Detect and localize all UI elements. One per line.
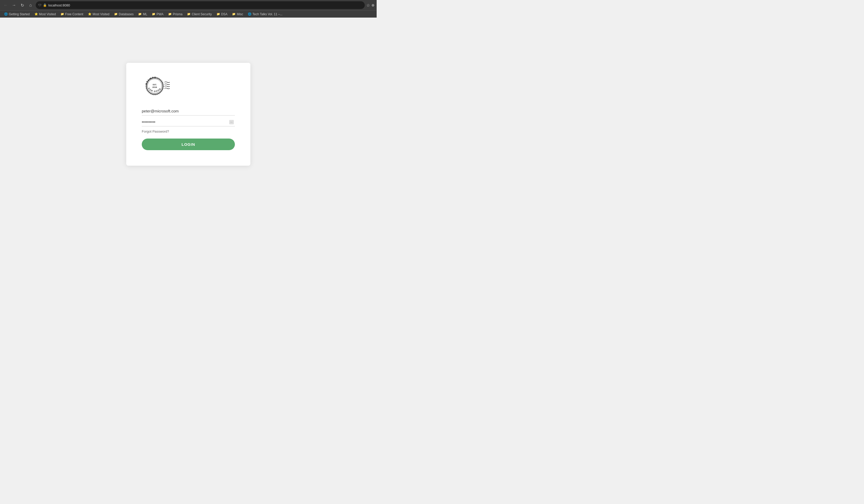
bookmarks-bar: 🌐 Getting Started ⭐ Most Visited 📁 Free … <box>0 10 377 17</box>
login-card: STAMPS EST. 2016 FOR GOOD <box>126 63 250 166</box>
bookmark-label-dsa: DSA <box>221 12 228 16</box>
bookmark-free-content[interactable]: 📁 Free Content <box>59 12 85 16</box>
bookmark-tech-talks[interactable]: 🌐 Tech Talks Vol. 11 –... <box>246 12 285 16</box>
browser-toolbar: ← → ↻ ⌂ 🛡 🔒 localhost:8080 ☆ ⊕ <box>0 0 377 10</box>
bookmark-icon-getting-started: 🌐 <box>4 12 8 16</box>
bookmark-icon-free-content: 📁 <box>61 12 64 16</box>
bookmark-icon-databases: 📁 <box>114 12 118 16</box>
forgot-password-link[interactable]: Forgot Password? <box>142 130 235 133</box>
password-wrapper: ··· <box>142 118 235 126</box>
back-button[interactable]: ← <box>2 2 9 9</box>
bookmark-label-pwa: PWA <box>156 12 164 16</box>
url-text: localhost:8080 <box>48 3 362 7</box>
login-button[interactable]: LOGIN <box>142 138 235 150</box>
bookmark-prisma[interactable]: 📁 Prisma <box>166 12 184 16</box>
bookmark-icon-pwa: 📁 <box>152 12 155 16</box>
bookmark-label-misc: Misc <box>237 12 243 16</box>
bookmark-icon-misc: 📁 <box>232 12 236 16</box>
bookmark-label-prisma: Prisma <box>173 12 182 16</box>
shield-icon: 🛡 <box>38 3 41 7</box>
email-form-group <box>142 107 235 115</box>
svg-text:EST.: EST. <box>153 84 157 86</box>
svg-text:2016: 2016 <box>152 86 157 88</box>
password-form-group: ··· <box>142 118 235 126</box>
bookmark-dsa[interactable]: 📁 DSA <box>214 12 230 16</box>
bookmark-client-security[interactable]: 📁 Client Security <box>185 12 214 16</box>
bookmark-misc[interactable]: 📁 Misc <box>230 12 245 16</box>
bookmark-label-most-visited-2: Most Visited <box>93 12 109 16</box>
bookmark-label-ml: ML <box>143 12 147 16</box>
bookmark-getting-started[interactable]: 🌐 Getting Started <box>2 12 32 16</box>
page-content: STAMPS EST. 2016 FOR GOOD <box>0 17 377 211</box>
bookmark-icon-prisma: 📁 <box>168 12 172 16</box>
bookmark-icon-most-visited-1: ⭐ <box>34 12 38 16</box>
bookmark-icon-tech-talks: 🌐 <box>248 12 251 16</box>
bookmark-most-visited-1[interactable]: ⭐ Most Visited <box>32 12 58 16</box>
logo-area: STAMPS EST. 2016 FOR GOOD <box>142 76 235 96</box>
email-input[interactable] <box>142 107 235 115</box>
nav-buttons: ← → ↻ ⌂ <box>2 2 34 9</box>
password-input[interactable] <box>142 118 235 126</box>
bookmark-pwa[interactable]: 📁 PWA <box>150 12 166 16</box>
home-button[interactable]: ⌂ <box>27 2 34 9</box>
bookmark-label-most-visited-1: Most Visited <box>39 12 56 16</box>
bookmark-label-client-security: Client Security <box>192 12 212 16</box>
bookmark-databases[interactable]: 📁 Databases <box>112 12 135 16</box>
bookmark-most-visited-2[interactable]: ⭐ Most Visited <box>86 12 111 16</box>
lock-icon: 🔒 <box>43 3 47 7</box>
forward-button[interactable]: → <box>10 2 17 9</box>
bookmark-icon-dsa: 📁 <box>217 12 220 16</box>
reload-button[interactable]: ↻ <box>19 2 26 9</box>
pocket-button[interactable]: ⊕ <box>371 3 375 7</box>
bookmark-label-free-content: Free Content <box>65 12 83 16</box>
browser-chrome: ← → ↻ ⌂ 🛡 🔒 localhost:8080 ☆ ⊕ 🌐 Getting… <box>0 0 377 17</box>
bookmark-icon-most-visited-2: ⭐ <box>88 12 92 16</box>
logo: STAMPS EST. 2016 FOR GOOD <box>142 76 176 96</box>
bookmark-label-databases: Databases <box>119 12 133 16</box>
password-toggle-button[interactable]: ··· <box>229 120 234 124</box>
bookmark-icon-client-security: 📁 <box>187 12 191 16</box>
address-bar[interactable]: 🛡 🔒 localhost:8080 <box>36 1 365 9</box>
bookmark-star-button[interactable]: ☆ <box>366 3 370 8</box>
bookmark-ml[interactable]: 📁 ML <box>136 12 149 16</box>
bookmark-icon-ml: 📁 <box>138 12 142 16</box>
bookmark-label-getting-started: Getting Started <box>9 12 30 16</box>
bookmark-label-tech-talks: Tech Talks Vol. 11 –... <box>252 12 283 16</box>
